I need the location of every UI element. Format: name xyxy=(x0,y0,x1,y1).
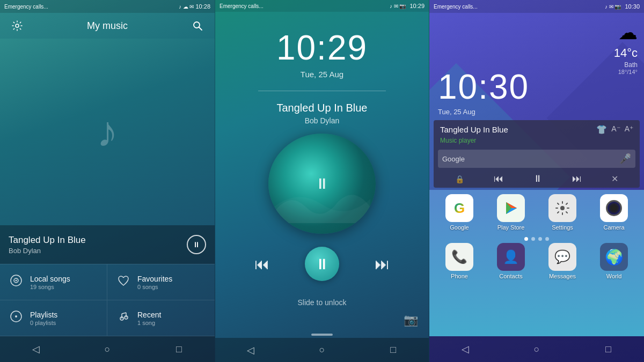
svg-point-5 xyxy=(16,280,17,282)
camera-shortcut[interactable]: 📷 xyxy=(215,311,429,331)
status-time-3: 10:30 xyxy=(625,3,640,10)
notif-font-small-icon[interactable]: A⁻ xyxy=(611,124,620,135)
local-songs-count: 19 songs xyxy=(30,284,70,290)
local-songs-icon xyxy=(9,274,24,290)
notif-next-btn[interactable]: ⏭ xyxy=(572,173,582,184)
status-time-2: 10:29 xyxy=(409,3,425,9)
notif-shirt-icon[interactable]: 👕 xyxy=(596,124,607,135)
settings-icon[interactable] xyxy=(9,17,26,34)
recent-count: 1 song xyxy=(137,320,161,326)
lock-controls: ⏮ ⏸ ⏭ xyxy=(215,234,429,294)
svg-line-2 xyxy=(199,27,202,31)
lock-song-title: Tangled Up In Blue xyxy=(215,102,429,114)
lock-bottom-bar xyxy=(311,334,333,336)
notif-font-large-icon[interactable]: A⁺ xyxy=(625,124,633,135)
app-playstore[interactable]: Play Store xyxy=(492,194,530,231)
google-g-icon: G xyxy=(454,200,465,217)
app-contacts[interactable]: 👤 Contacts xyxy=(492,243,530,279)
app-grid-area: G Google Play Store xyxy=(429,190,644,336)
search-icon[interactable] xyxy=(189,17,206,34)
camera-label: Camera xyxy=(603,224,624,231)
world-label: World xyxy=(606,273,622,279)
recents-button-3[interactable]: □ xyxy=(597,338,619,360)
status-icons-2: ♪ ✉ 📷 xyxy=(390,3,406,9)
app-world[interactable]: 🌍 World xyxy=(595,243,633,279)
panel-3-inner: Emergency calls... ♪ ✉ 📷 10:30 10:30 Tue… xyxy=(429,0,644,362)
notif-app-name: Music player xyxy=(434,137,640,147)
notif-pause-btn[interactable]: ⏸ xyxy=(533,173,543,184)
app-messages[interactable]: 💬 Messages xyxy=(543,243,582,279)
settings-label: Settings xyxy=(552,224,573,231)
status-time-1: 10:28 xyxy=(195,3,210,10)
bottom-nav-2: ◁ ○ □ xyxy=(215,338,429,362)
pause-button[interactable]: ⏸ xyxy=(187,235,206,254)
app-google[interactable]: G Google xyxy=(440,194,479,231)
emergency-text-1: Emergency calls... xyxy=(4,4,48,10)
lock-icon: 🔒 xyxy=(455,175,464,183)
disc-pause-icon: ⏸ xyxy=(314,175,330,193)
back-button-2[interactable]: ◁ xyxy=(240,339,261,361)
dot-1 xyxy=(524,237,528,241)
app-phone[interactable]: 📞 Phone xyxy=(440,243,479,279)
status-icons-1: ♪ ☁ ✉ xyxy=(179,4,194,10)
status-bar-2: Emergency calls... ♪ ✉ 📷 10:29 xyxy=(215,0,429,12)
google-text: Google xyxy=(442,155,465,163)
now-playing-artist: Bob Dylan xyxy=(9,247,187,255)
recents-button-2[interactable]: □ xyxy=(383,339,404,361)
playstore-icon xyxy=(497,194,525,222)
back-button-1[interactable]: ◁ xyxy=(25,338,47,360)
contacts-label: Contacts xyxy=(499,273,522,279)
panel-lock-screen: Emergency calls... ♪ ✉ 📷 10:29 10:29 Tue… xyxy=(215,0,429,362)
playstore-label: Play Store xyxy=(497,224,525,231)
lock-disc: ⏸ xyxy=(268,134,376,234)
menu-text-local-songs: Local songs 19 songs xyxy=(30,275,70,290)
phone-label: Phone xyxy=(451,273,468,279)
status-right-1: ♪ ☁ ✉ 10:28 xyxy=(179,3,210,10)
notif-icon-group: 👕 A⁻ A⁺ xyxy=(596,124,633,135)
messages-app-icon: 💬 xyxy=(548,243,576,271)
home-button-3[interactable]: ○ xyxy=(526,338,547,360)
menu-item-recent[interactable]: Recent 1 song xyxy=(107,300,215,336)
recent-label: Recent xyxy=(137,311,161,319)
svg-point-7 xyxy=(15,315,17,317)
notif-search-bar[interactable]: Google 🎤 xyxy=(438,150,635,168)
play-pause-icon: ⏸ xyxy=(314,255,330,273)
recents-button-1[interactable]: □ xyxy=(168,338,189,360)
messages-label: Messages xyxy=(549,273,576,279)
lock-divider xyxy=(258,91,386,91)
play-pause-button[interactable]: ⏸ xyxy=(305,247,339,281)
svg-line-12 xyxy=(122,313,126,314)
pause-icon: ⏸ xyxy=(193,240,200,249)
home-button-2[interactable]: ○ xyxy=(311,339,333,361)
lock-song-artist: Bob Dylan xyxy=(215,116,429,125)
menu-item-favourites[interactable]: Favourites 0 songs xyxy=(107,264,215,300)
playlists-icon xyxy=(9,310,24,326)
mic-icon[interactable]: 🎤 xyxy=(619,153,631,165)
menu-text-recent: Recent 1 song xyxy=(137,311,161,326)
slide-to-unlock[interactable]: Slide to unlock xyxy=(215,294,429,311)
home-top: 10:30 Tue, 25 Aug ☁ 14°c Bath 18°/14° xyxy=(429,13,644,120)
page-title-1: My music xyxy=(26,20,189,32)
menu-item-playlists[interactable]: Playlists 0 playlists xyxy=(0,300,107,336)
page-dots xyxy=(434,235,640,243)
app-camera[interactable]: Camera xyxy=(595,194,633,231)
contacts-app-icon: 👤 xyxy=(497,243,525,271)
notif-prev-btn[interactable]: ⏮ xyxy=(494,173,503,184)
panel-my-music: Emergency calls... ♪ ☁ ✉ 10:28 My music … xyxy=(0,0,215,362)
app-settings[interactable]: Settings xyxy=(543,194,582,231)
status-right-2: ♪ ✉ 📷 10:29 xyxy=(390,3,425,9)
home-button-1[interactable]: ○ xyxy=(97,338,118,360)
notif-close-btn[interactable]: ✕ xyxy=(611,174,618,184)
prev-button[interactable]: ⏮ xyxy=(254,255,269,273)
lock-song-info: Tangled Up In Blue Bob Dylan xyxy=(215,98,429,134)
lock-time-display: 10:29 xyxy=(215,28,429,68)
notification-card: Tangled Up In Blue 👕 A⁻ A⁺ Music player … xyxy=(434,120,640,188)
back-button-3[interactable]: ◁ xyxy=(455,338,476,360)
menu-item-local-songs[interactable]: Local songs 19 songs xyxy=(0,264,107,300)
music-note-icon: ♪ xyxy=(97,107,118,157)
notif-controls: 🔒 ⏮ ⏸ ⏭ ✕ xyxy=(434,170,640,188)
home-weather: ☁ 14°c Bath 18°/14° xyxy=(574,13,644,120)
next-button[interactable]: ⏭ xyxy=(375,255,390,273)
home-clock-area: 10:30 Tue, 25 Aug xyxy=(429,13,574,120)
top-bar-1: My music xyxy=(0,13,215,39)
